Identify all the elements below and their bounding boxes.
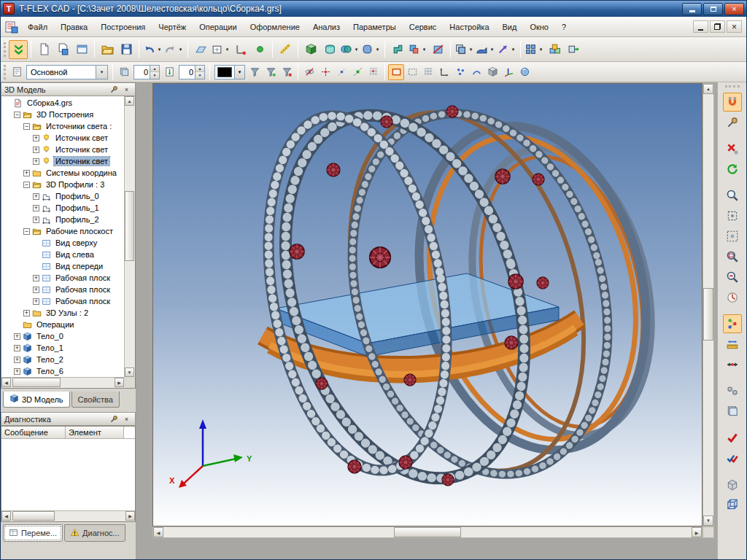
toolbar-grip[interactable] xyxy=(725,85,740,88)
tree-item[interactable]: +Тело_6 xyxy=(2,365,123,376)
boolean-subtract-button[interactable]: ▾ xyxy=(407,40,428,59)
expand-icon[interactable]: + xyxy=(23,170,30,176)
close-button[interactable]: × xyxy=(724,3,744,15)
diagnostics-horizontal-thumb[interactable] xyxy=(12,511,55,521)
expand-icon[interactable]: + xyxy=(33,275,39,281)
dropdown-arrow-icon[interactable]: ▾ xyxy=(374,41,381,58)
auto-rotate-button[interactable] xyxy=(723,160,742,179)
expand-icon[interactable]: + xyxy=(33,135,39,141)
toolbar-grip[interactable] xyxy=(4,65,6,79)
tree-item[interactable]: −Источники света : xyxy=(2,120,123,132)
tree-item[interactable]: +3D Узлы : 2 xyxy=(2,307,123,319)
tree-item[interactable]: +Источник свет xyxy=(2,132,123,144)
boolean-button[interactable]: ▾ xyxy=(339,40,360,59)
expand-icon[interactable]: + xyxy=(33,147,39,153)
check-assembly-button[interactable] xyxy=(723,448,742,467)
collapse-icon[interactable]: − xyxy=(23,123,30,130)
scroll-left-icon[interactable]: ◀ xyxy=(1,378,11,387)
tree-item[interactable]: +Тело_1 xyxy=(2,342,123,354)
spin-down-icon[interactable]: ▼ xyxy=(196,72,204,79)
dropdown-arrow-icon[interactable]: ▾ xyxy=(468,41,474,58)
expand-icon[interactable]: + xyxy=(14,368,20,375)
new-3d-document-button[interactable] xyxy=(53,40,72,59)
level-button[interactable] xyxy=(116,64,132,80)
tab-warning[interactable]: Диагнос... xyxy=(64,524,125,542)
workplane-button[interactable] xyxy=(191,40,210,59)
tree-item[interactable]: +Профиль_0 xyxy=(2,190,123,202)
show-grid-button[interactable] xyxy=(420,64,436,80)
tree-item[interactable]: +Профиль_1 xyxy=(2,202,123,214)
revolve-button[interactable] xyxy=(320,40,339,59)
diagnostics-horizontal-scroll[interactable]: ◀ ▶ xyxy=(1,510,135,521)
save-document-button[interactable] xyxy=(117,40,136,59)
tab-3d-model[interactable]: 3D Модель xyxy=(3,392,70,408)
tree-item[interactable]: +Рабочая плоск xyxy=(2,284,123,295)
level-spinner[interactable]: 0 ▲▼ xyxy=(133,65,160,79)
tree-item[interactable]: +Системы координа xyxy=(2,167,123,179)
toolbar-grip[interactable] xyxy=(4,42,6,57)
scroll-up-icon[interactable]: ▲ xyxy=(703,84,713,94)
dropdown-arrow-icon[interactable]: ▾ xyxy=(177,41,184,58)
expand-icon[interactable]: + xyxy=(14,357,20,363)
dropdown-arrow-icon[interactable]: ▾ xyxy=(489,41,495,58)
3d-viewport[interactable]: Y X xyxy=(152,83,703,526)
expand-icon[interactable]: + xyxy=(14,345,20,351)
tree-item[interactable]: Сборка4.grs xyxy=(2,97,123,109)
expand-icon[interactable]: + xyxy=(14,333,20,340)
expand-icon[interactable]: + xyxy=(33,205,39,211)
blend-button[interactable]: ▾ xyxy=(360,40,382,59)
menu-item[interactable]: Построения xyxy=(94,18,152,36)
filter-visibility-button[interactable] xyxy=(279,64,295,80)
cut-operation-button[interactable] xyxy=(428,40,447,59)
maximize-button[interactable] xyxy=(703,3,723,15)
tree-item[interactable]: +Профиль_2 xyxy=(2,214,123,225)
undo-button[interactable]: ▾ xyxy=(142,40,163,59)
scroll-left-icon[interactable]: ◀ xyxy=(1,511,11,521)
mdi-minimize-button[interactable] xyxy=(693,20,708,33)
tree-item[interactable]: +Рабочая плоск xyxy=(2,272,123,284)
menu-item[interactable]: Анализ xyxy=(306,18,347,36)
tree-item[interactable]: +Источник свет xyxy=(2,144,123,155)
snap-settings-button[interactable] xyxy=(333,64,349,80)
tree-horizontal-thumb[interactable] xyxy=(12,378,61,387)
extrude-button[interactable] xyxy=(301,40,320,59)
tree-item[interactable]: −3D Профили : 3 xyxy=(2,179,123,190)
tree-item[interactable]: Вид спереди xyxy=(2,260,123,272)
viewport-vertical-scrollbar[interactable]: ▲ ▼ xyxy=(703,83,714,526)
menu-item[interactable]: Операции xyxy=(193,18,243,36)
collapse-icon[interactable]: − xyxy=(23,228,30,235)
layer-combo[interactable]: Основной ▾ xyxy=(26,65,108,79)
measure-tool-button[interactable] xyxy=(723,335,742,354)
array-operation-button[interactable]: ▾ xyxy=(524,40,545,59)
menu-item[interactable]: ? xyxy=(555,18,573,36)
tree-horizontal-scroll[interactable]: ◀ ▶ xyxy=(1,377,124,388)
expand-icon[interactable]: + xyxy=(33,298,39,305)
dropdown-arrow-icon[interactable]: ▾ xyxy=(421,41,427,58)
layer-combo-arrow-icon[interactable]: ▾ xyxy=(96,66,107,79)
horizontal-scroll-thumb[interactable] xyxy=(394,527,461,537)
export-model-button[interactable] xyxy=(564,40,583,59)
menu-item[interactable]: Вид xyxy=(496,18,524,36)
column-header[interactable]: Элемент xyxy=(66,427,124,438)
object-snap-button[interactable] xyxy=(349,64,365,80)
wireframe-cube-button[interactable] xyxy=(723,495,742,514)
scroll-down-icon[interactable]: ▼ xyxy=(125,368,134,377)
show-nodes-button[interactable] xyxy=(452,64,468,80)
scroll-right-icon[interactable]: ▶ xyxy=(115,378,124,387)
fit-page-button[interactable] xyxy=(723,206,742,225)
expand-icon[interactable]: + xyxy=(23,310,30,316)
open-document-button[interactable] xyxy=(98,40,117,59)
dropdown-arrow-icon[interactable]: ▾ xyxy=(224,41,231,58)
surface-model-button[interactable]: ▾ xyxy=(475,40,496,59)
nodes-display-button[interactable] xyxy=(723,381,742,400)
close-panel-icon[interactable]: × xyxy=(121,85,132,95)
filter-config-button[interactable] xyxy=(247,64,263,80)
priority-spinner[interactable]: 0 ▲▼ xyxy=(179,65,205,79)
collapse-icon[interactable]: − xyxy=(14,112,20,118)
construction-axis-button[interactable] xyxy=(231,40,250,59)
copy-operation-button[interactable]: ▾ xyxy=(454,40,475,59)
render-mode-button[interactable] xyxy=(516,64,533,80)
sketch-button[interactable]: ▾ xyxy=(210,40,231,59)
dropdown-arrow-icon[interactable]: ▾ xyxy=(156,41,163,58)
pin-toolbar-button[interactable] xyxy=(723,113,742,132)
